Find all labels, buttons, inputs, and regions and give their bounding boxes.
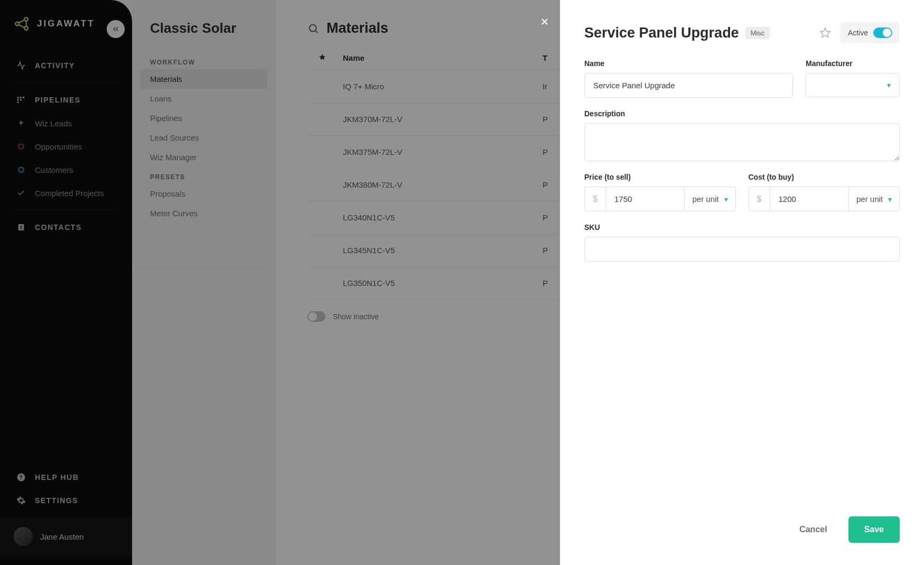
chevron-down-icon: ▾ xyxy=(888,195,892,203)
save-button[interactable]: Save xyxy=(848,516,900,543)
close-icon xyxy=(539,16,550,27)
cost-input[interactable] xyxy=(770,187,848,211)
cost-label: Cost (to buy) xyxy=(749,173,900,181)
price-unit-label: per unit xyxy=(692,194,718,203)
panel-title: Service Panel Upgrade xyxy=(584,25,739,41)
active-label: Active xyxy=(848,29,868,37)
manufacturer-label: Manufacturer xyxy=(806,59,900,68)
close-panel-button[interactable] xyxy=(537,14,553,30)
currency-icon: $ xyxy=(749,187,770,211)
description-input[interactable] xyxy=(584,123,900,161)
panel-footer: Cancel Save xyxy=(584,506,900,543)
manufacturer-group: Manufacturer ▾ xyxy=(806,59,900,98)
description-label: Description xyxy=(584,109,900,118)
panel-header-right: Active xyxy=(819,22,900,43)
price-unit-select[interactable]: per unit ▾ xyxy=(684,187,735,211)
price-group: Price (to sell) $ per unit ▾ xyxy=(584,173,736,211)
manufacturer-select[interactable]: ▾ xyxy=(806,73,900,97)
sku-input[interactable] xyxy=(584,237,900,262)
category-tag: Misc xyxy=(745,27,770,39)
active-toggle[interactable] xyxy=(873,27,892,38)
cancel-button[interactable]: Cancel xyxy=(783,516,843,543)
price-input[interactable] xyxy=(605,187,684,211)
sku-label: SKU xyxy=(584,223,900,231)
sku-group: SKU xyxy=(584,223,900,262)
cost-unit-select[interactable]: per unit ▾ xyxy=(848,187,900,211)
chevron-down-icon: ▾ xyxy=(887,81,891,89)
panel-header: Service Panel Upgrade Misc Active xyxy=(584,22,900,43)
active-toggle-wrap: Active xyxy=(841,22,900,43)
modal-overlay[interactable] xyxy=(0,0,560,565)
name-group: Name xyxy=(584,59,793,98)
edit-panel: Service Panel Upgrade Misc Active Name M… xyxy=(560,0,924,565)
svg-marker-20 xyxy=(820,28,830,37)
favorite-button[interactable] xyxy=(819,27,831,39)
cost-group: Cost (to buy) $ per unit ▾ xyxy=(749,173,900,211)
chevron-down-icon: ▾ xyxy=(724,195,728,203)
name-label: Name xyxy=(584,59,793,68)
currency-icon: $ xyxy=(584,187,605,211)
cost-unit-label: per unit xyxy=(856,194,883,203)
name-input[interactable] xyxy=(584,73,793,98)
price-label: Price (to sell) xyxy=(584,173,736,181)
description-group: Description xyxy=(584,109,900,161)
